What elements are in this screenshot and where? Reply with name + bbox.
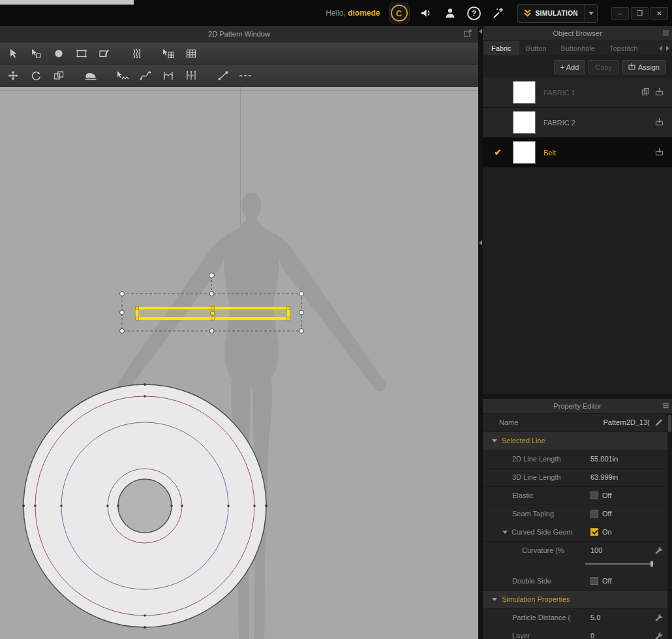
property-label: Particle Distance ( (512, 614, 590, 621)
copy-pattern-tool[interactable] (48, 67, 69, 84)
save-icon[interactable] (655, 148, 664, 157)
help-icon[interactable]: ? (466, 5, 482, 21)
iron-tool[interactable] (80, 67, 101, 84)
slider-handle[interactable] (650, 561, 654, 567)
wrench-icon[interactable] (650, 546, 663, 555)
assign-button[interactable]: Assign (622, 60, 666, 74)
curvature-slider[interactable] (585, 560, 654, 568)
property-label: Double Side (512, 577, 590, 585)
basting-tool[interactable] (235, 67, 256, 84)
transform-pattern-tool[interactable] (2, 44, 23, 62)
popout-icon[interactable] (464, 29, 472, 39)
mode-label: SIMULATION (536, 10, 585, 17)
grading-cursor-tool[interactable] (157, 44, 179, 62)
line-tacking-tool[interactable] (212, 67, 234, 84)
property-row-layer: Layer 0 (483, 627, 672, 639)
copy-button[interactable]: Copy (588, 60, 619, 74)
curved-side-checkbox[interactable] (590, 528, 598, 536)
pattern-canvas[interactable] (0, 87, 478, 639)
property-label: Curvature (% (522, 546, 590, 554)
checkbox-state: Off (602, 510, 611, 518)
segment-sewing-tool[interactable] (157, 67, 179, 84)
ellipse-tool[interactable] (48, 44, 69, 62)
mode-dropdown-caret-icon[interactable] (585, 12, 597, 15)
section-selected-line[interactable]: Selected Line (483, 432, 672, 450)
tab-scroll-left-icon[interactable] (659, 46, 662, 51)
username-link[interactable]: diomede (348, 8, 380, 18)
tab-fabric[interactable]: Fabric (484, 41, 519, 55)
fabric-swatch[interactable] (513, 81, 536, 104)
property-value[interactable]: 5.0 (590, 614, 650, 621)
tab-scroll-right-icon[interactable] (666, 46, 669, 51)
close-button[interactable]: ✕ (650, 7, 668, 20)
main-area: 2D Pattern Window (0, 26, 672, 639)
pleats-tool[interactable] (125, 44, 147, 62)
top-bar: Hello, diomede C ? (0, 0, 672, 26)
curvature-value[interactable]: 100 (590, 546, 650, 554)
tab-buttonhole[interactable]: Buttonhole (553, 41, 602, 55)
mode-selector[interactable]: SIMULATION (517, 4, 598, 23)
account-icon[interactable] (442, 5, 458, 21)
scrollbar-thumb[interactable] (668, 415, 671, 432)
maximize-button[interactable]: ❐ (631, 7, 649, 20)
pattern-name-value[interactable]: Pattern2D_13( (538, 418, 650, 426)
elastic-checkbox[interactable] (590, 491, 598, 499)
property-row-curved-side-geometry[interactable]: Curved Side Geom On (483, 523, 672, 542)
double-side-checkbox[interactable] (590, 577, 598, 585)
rectangle-tool[interactable] (70, 44, 92, 62)
object-browser-empty-area (483, 168, 672, 394)
add-button[interactable]: + Add (554, 60, 585, 74)
edit-pattern-tool[interactable] (25, 44, 46, 62)
check-icon: ✔ (483, 148, 513, 157)
seam-taping-checkbox[interactable] (590, 510, 598, 518)
fabric-swatch[interactable] (513, 141, 536, 164)
minimize-button[interactable]: – (611, 7, 629, 20)
property-value[interactable]: 0 (590, 632, 650, 639)
panel-menu-icon[interactable] (662, 402, 669, 411)
slider-track (585, 563, 654, 565)
fabric-swatch[interactable] (513, 111, 536, 134)
polygon-tool[interactable] (93, 44, 115, 62)
rotate-pattern-tool[interactable] (25, 67, 46, 84)
duplicate-icon[interactable] (641, 87, 650, 97)
move-pattern-tool[interactable] (2, 67, 23, 84)
section-simulation-properties[interactable]: Simulation Properties (483, 591, 672, 609)
edit-name-icon[interactable] (650, 418, 663, 427)
property-editor-header: Property Editor (483, 399, 672, 414)
tab-topstitch[interactable]: Topstitch (602, 41, 645, 55)
panel-menu-icon[interactable] (662, 29, 669, 38)
save-icon[interactable] (655, 87, 664, 97)
sound-icon[interactable] (418, 5, 434, 21)
collapse-object-browser-handle[interactable] (479, 29, 482, 34)
fabric-item-fabric-1[interactable]: FABRIC 1 (483, 78, 672, 108)
grading-grid-tool[interactable] (180, 44, 202, 62)
wrench-icon[interactable] (650, 614, 663, 622)
clo-logo-letter: C (396, 9, 402, 18)
fabric-item-belt[interactable]: ✔ Belt (483, 138, 672, 168)
circle-pattern-piece[interactable] (22, 383, 267, 629)
wand-icon[interactable] (491, 5, 506, 21)
save-icon[interactable] (655, 117, 664, 127)
object-browser-header: Object Browser (483, 26, 672, 41)
property-label: Layer (512, 632, 590, 639)
window-top-strip (0, 0, 134, 5)
rotation-handle[interactable] (209, 273, 215, 278)
fabric-name: FABRIC 2 (536, 119, 655, 127)
clo-logo[interactable]: C (389, 3, 410, 23)
free-sewing-mn-tool[interactable] (180, 67, 202, 84)
property-editor-scrollbar[interactable] (667, 414, 672, 639)
collapse-property-editor-handle[interactable] (479, 240, 482, 245)
pattern-window: 2D Pattern Window (0, 26, 478, 639)
edit-sewing-tool[interactable] (112, 67, 133, 84)
belt-center-point[interactable] (211, 311, 215, 316)
free-sewing-tool[interactable] (134, 67, 156, 84)
checkbox-state: Off (602, 577, 611, 585)
tab-button[interactable]: Button (519, 41, 554, 55)
double-chevron-icon (518, 8, 536, 18)
fabric-item-fabric-2[interactable]: FABRIC 2 (483, 108, 672, 138)
pattern-window-title: 2D Pattern Window (208, 30, 270, 38)
property-row-seam-taping: Seam Taping Off (483, 505, 672, 523)
wrench-icon[interactable] (650, 632, 663, 639)
property-label: Name (499, 418, 538, 426)
collapse-triangle-icon (492, 439, 497, 443)
